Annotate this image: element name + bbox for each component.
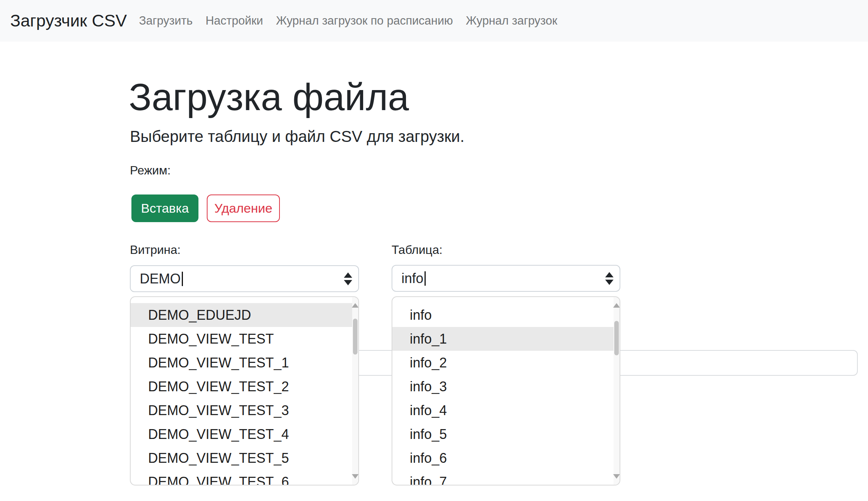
scrollbar-thumb[interactable]: [353, 319, 358, 355]
text-cursor: [425, 271, 426, 286]
list-item[interactable]: info_6: [392, 446, 614, 470]
arrow-up-icon: [605, 272, 614, 277]
nav-link-scheduled-log[interactable]: Журнал загрузок по расписанию: [276, 14, 453, 28]
list-item[interactable]: DEMO_VIEW_TEST_2: [131, 375, 352, 398]
list-item[interactable]: info_1: [392, 327, 614, 351]
schema-label: Витрина:: [130, 241, 181, 259]
list-item[interactable]: info_3: [392, 375, 614, 398]
page: Загрузчик CSV Загрузить Настройки Журнал…: [0, 0, 868, 501]
delete-mode-button[interactable]: Удаление: [207, 194, 280, 222]
list-item[interactable]: DEMO_EDUEJD: [131, 303, 352, 327]
scrollbar-down-icon[interactable]: [613, 474, 620, 479]
page-title: Загрузка файла: [129, 74, 409, 120]
schema-options-list: DEMO_EDUEJD DEMO_VIEW_TEST DEMO_VIEW_TES…: [131, 297, 358, 485]
navbar-links: Загрузить Настройки Журнал загрузок по р…: [127, 14, 557, 28]
select-arrows-icon: [605, 272, 614, 285]
table-options-popup: info info_1 info_2 info_3 info_4 info_5 …: [392, 296, 620, 485]
list-item[interactable]: DEMO_VIEW_TEST_6: [131, 470, 352, 485]
nav-link-upload-log[interactable]: Журнал загрузок: [466, 14, 557, 28]
scrollbar[interactable]: [614, 297, 620, 485]
insert-mode-button[interactable]: Вставка: [131, 194, 198, 222]
scrollbar-thumb[interactable]: [614, 321, 619, 355]
arrow-down-icon: [605, 280, 614, 285]
list-item[interactable]: info: [392, 303, 614, 327]
table-combobox-value: info: [401, 271, 423, 286]
list-item[interactable]: info_4: [392, 398, 614, 422]
arrow-down-icon: [344, 280, 352, 285]
nav-link-settings[interactable]: Настройки: [206, 14, 263, 28]
select-arrows-icon: [344, 272, 352, 285]
list-item[interactable]: info_7: [392, 470, 614, 485]
table-options-list: info info_1 info_2 info_3 info_4 info_5 …: [392, 297, 620, 485]
schema-options-popup: DEMO_EDUEJD DEMO_VIEW_TEST DEMO_VIEW_TES…: [130, 296, 359, 485]
list-item[interactable]: DEMO_VIEW_TEST_1: [131, 351, 352, 375]
mode-label: Режим:: [130, 161, 171, 179]
nav-link-upload[interactable]: Загрузить: [139, 14, 193, 28]
list-item[interactable]: info_2: [392, 351, 614, 375]
list-item[interactable]: DEMO_VIEW_TEST: [131, 327, 352, 351]
navbar: Загрузчик CSV Загрузить Настройки Журнал…: [0, 0, 868, 42]
scrollbar-up-icon[interactable]: [352, 303, 359, 308]
list-item[interactable]: info_5: [392, 422, 614, 446]
schema-combobox-value: DEMO: [140, 271, 181, 287]
list-item[interactable]: DEMO_VIEW_TEST_3: [131, 398, 352, 422]
table-label: Таблица:: [392, 241, 442, 259]
scrollbar-down-icon[interactable]: [352, 474, 359, 479]
page-subtitle: Выберите таблицу и файл CSV для загрузки…: [130, 124, 464, 148]
list-item[interactable]: DEMO_VIEW_TEST_5: [131, 446, 352, 470]
table-combobox[interactable]: info: [392, 265, 620, 292]
list-item[interactable]: DEMO_VIEW_TEST_4: [131, 422, 352, 446]
scrollbar[interactable]: [352, 297, 358, 485]
schema-combobox[interactable]: DEMO: [130, 265, 359, 292]
arrow-up-icon: [344, 272, 352, 278]
text-cursor: [182, 272, 183, 286]
navbar-brand[interactable]: Загрузчик CSV: [10, 11, 127, 31]
scrollbar-up-icon[interactable]: [613, 303, 620, 308]
